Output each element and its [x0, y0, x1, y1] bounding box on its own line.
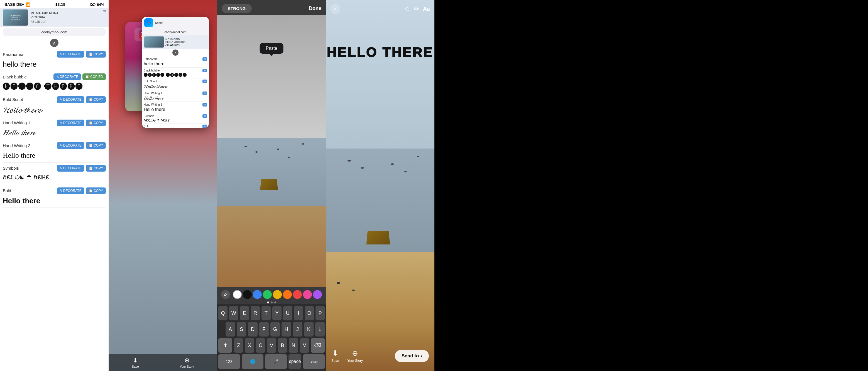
key-r[interactable]: R	[251, 306, 260, 321]
color-white[interactable]	[233, 290, 242, 299]
key-mic[interactable]: 🎤	[265, 354, 287, 369]
send-to-button[interactable]: Send to ›	[395, 350, 429, 362]
decorate-button-hw2[interactable]: ✎ DECORATE	[57, 142, 84, 149]
safari-font-row-script: Bold Script ⊞ 𝓗𝓮𝓵𝓵𝓸 𝓽𝓱𝓮𝓻𝓮	[144, 78, 207, 90]
page-dot-3	[274, 301, 276, 303]
key-s[interactable]: S	[237, 322, 246, 337]
key-m[interactable]: M	[300, 338, 309, 352]
story-editor-canvas[interactable]: Paste	[217, 15, 326, 287]
safari-font-row-hw1: Hand Writing 1 ⊞ 𝐻𝑒𝑙𝑙𝑜 𝑡ℎ𝑒𝑟𝑒	[144, 90, 207, 102]
safari-ad-text: ME MADRIDREINA VICTORIAAB 125 EUR	[165, 38, 185, 46]
sticker-button[interactable]: ☺	[404, 5, 411, 13]
story-close-button[interactable]: ×	[330, 4, 340, 14]
font-row-header-bubble: Black bubble ✎ DECORATE 📋 COPIED	[3, 73, 106, 80]
key-e[interactable]: E	[240, 306, 249, 321]
scroll-up-button[interactable]: ∧	[50, 39, 59, 47]
key-space[interactable]: space	[288, 354, 301, 369]
app-card-safari[interactable]: Safari coolsymbol.com ME MADRIDREINA VIC…	[142, 17, 209, 128]
key-l[interactable]: L	[315, 322, 325, 337]
decorate-button-bold[interactable]: ✎ DECORATE	[57, 188, 84, 194]
btn-group-symbols: ✎ DECORATE 📋 COPY	[57, 165, 106, 172]
paste-popup[interactable]: Paste	[260, 43, 283, 54]
key-p[interactable]: P	[315, 306, 325, 321]
decorate-button-hw1[interactable]: ✎ DECORATE	[57, 120, 84, 126]
copy-button-symbols[interactable]: 📋 COPY	[86, 165, 106, 172]
key-t[interactable]: T	[261, 306, 271, 321]
copy-button-hw2[interactable]: 📋 COPY	[86, 142, 106, 149]
safari-font-row-bubble: Black bubble ⊞ 🅗🅔🅛🅛🅞 🅣🅗🅔🅡🅔	[144, 68, 207, 78]
safari-copy-icon-symbols[interactable]: ⊞	[203, 114, 207, 118]
key-i[interactable]: I	[294, 306, 303, 321]
font-name-bold: Bold	[3, 188, 11, 193]
btn-group-hw1: ✎ DECORATE 📋 COPY	[57, 120, 106, 126]
key-123[interactable]: 123	[218, 354, 240, 369]
your-story-action-preview[interactable]: ⊕ Your Story	[347, 349, 363, 363]
key-w[interactable]: W	[229, 306, 238, 321]
btn-group-paranormal: ✎ DECORATE 📋 COPY	[57, 51, 106, 58]
color-red[interactable]	[293, 290, 302, 299]
safari-copy-icon-hw2[interactable]: ⊞	[203, 103, 207, 106]
done-button[interactable]: Done	[309, 6, 321, 11]
key-delete[interactable]: ⌫	[311, 338, 325, 352]
decorate-button-boldscript[interactable]: ✎ DECORATE	[57, 96, 84, 103]
copy-button-hw1[interactable]: 📋 COPY	[86, 120, 106, 126]
decorate-button-bubble[interactable]: ✎ DECORATE	[54, 73, 81, 80]
copied-button-bubble[interactable]: 📋 COPIED	[83, 73, 106, 80]
strong-style-button[interactable]: STRONG	[222, 4, 252, 13]
safari-copy-icon-script[interactable]: ⊞	[203, 79, 207, 83]
font-name-hw2: Hand Writing 2	[3, 143, 30, 148]
eyedropper-button[interactable]	[221, 290, 230, 299]
water-layer	[217, 138, 326, 206]
color-green[interactable]	[263, 290, 272, 299]
key-shift[interactable]: ⬆	[218, 338, 232, 352]
font-row-handwriting1: Hand Writing 1 ✎ DECORATE 📋 COPY 𝐻𝑒𝑙𝑙𝑜 𝑡…	[3, 117, 106, 140]
key-o[interactable]: O	[305, 306, 314, 321]
key-x[interactable]: X	[245, 338, 254, 352]
key-h[interactable]: H	[282, 322, 291, 337]
font-row-header-symbols: Symbols ✎ DECORATE 📋 COPY	[3, 165, 106, 172]
your-story-action[interactable]: ⊕ Your Story	[180, 357, 194, 368]
key-b[interactable]: B	[278, 338, 287, 352]
key-y[interactable]: Y	[272, 306, 282, 321]
key-f[interactable]: F	[259, 322, 269, 337]
color-orange[interactable]	[283, 290, 292, 299]
key-globe[interactable]: 🌐	[242, 354, 264, 369]
decorate-button-symbols[interactable]: ✎ DECORATE	[57, 165, 84, 172]
save-action[interactable]: ⬇ Save	[132, 357, 139, 368]
key-n[interactable]: N	[289, 338, 298, 352]
key-c[interactable]: C	[256, 338, 265, 352]
safari-font-name-symbols: Symbols	[144, 114, 154, 117]
color-yellow[interactable]	[273, 290, 282, 299]
story-text-overlay[interactable]: HELLO THERE	[327, 44, 434, 60]
key-v[interactable]: V	[267, 338, 276, 352]
copy-button-boldscript[interactable]: 📋 COPY	[86, 96, 106, 103]
color-blue[interactable]	[253, 290, 262, 299]
key-return[interactable]: return	[303, 354, 325, 369]
key-z[interactable]: Z	[234, 338, 243, 352]
key-u[interactable]: U	[283, 306, 292, 321]
key-j[interactable]: J	[293, 322, 302, 337]
safari-copy-icon-paranormal[interactable]: ⊞	[203, 57, 207, 61]
keyboard-section: Q W E R T Y U I O P A S D F G H J K	[217, 287, 326, 371]
key-a[interactable]: A	[225, 322, 235, 337]
address-bar[interactable]: coolsymbol.com	[3, 28, 106, 36]
btn-group-bubble: ✎ DECORATE 📋 COPIED	[54, 73, 106, 80]
key-g[interactable]: G	[270, 322, 280, 337]
decorate-button-paranormal[interactable]: ✎ DECORATE	[57, 51, 84, 58]
safari-copy-icon-bubble[interactable]: ⊞	[203, 69, 207, 72]
key-k[interactable]: K	[304, 322, 314, 337]
close-icon: ×	[334, 6, 337, 12]
save-icon: ⬇	[133, 357, 138, 364]
key-d[interactable]: D	[248, 322, 257, 337]
draw-button[interactable]: ✏	[414, 5, 420, 13]
color-black[interactable]	[243, 290, 252, 299]
safari-copy-icon-hw1[interactable]: ⊞	[203, 92, 207, 95]
key-q[interactable]: Q	[218, 306, 227, 321]
save-action-preview[interactable]: ⬇ Save	[331, 349, 339, 363]
text-style-button[interactable]: Aa	[423, 6, 430, 12]
safari-font-list: Paranormal ⊞ hello there Black bubble ⊞ …	[142, 56, 209, 128]
color-purple[interactable]	[313, 290, 322, 299]
color-pink[interactable]	[303, 290, 312, 299]
copy-button-bold[interactable]: 📋 COPY	[86, 188, 106, 194]
copy-button-paranormal[interactable]: 📋 COPY	[86, 51, 106, 58]
